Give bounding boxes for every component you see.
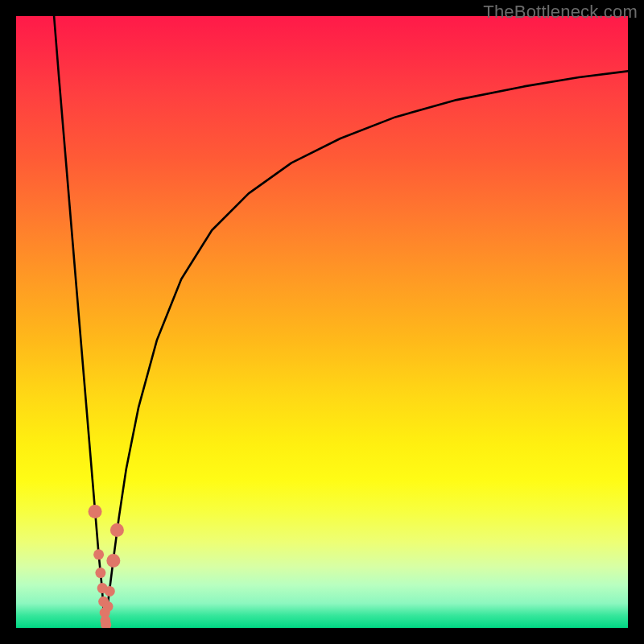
vertex-cluster-2: [95, 568, 105, 578]
vertex-cluster-9: [105, 586, 115, 597]
right-branch-marker-upper: [110, 523, 124, 537]
curve-layer: [16, 16, 628, 628]
curve-right-branch: [105, 71, 628, 628]
vertex-cluster-8: [103, 601, 114, 612]
plot-area: [16, 16, 628, 628]
chart-frame: TheBottleneck.com: [0, 0, 644, 644]
left-branch-marker: [89, 505, 102, 518]
watermark-text: TheBottleneck.com: [483, 2, 638, 23]
curve-left-branch: [54, 16, 105, 628]
vertex-cluster-1: [93, 549, 104, 559]
right-branch-marker-lower: [106, 554, 120, 568]
